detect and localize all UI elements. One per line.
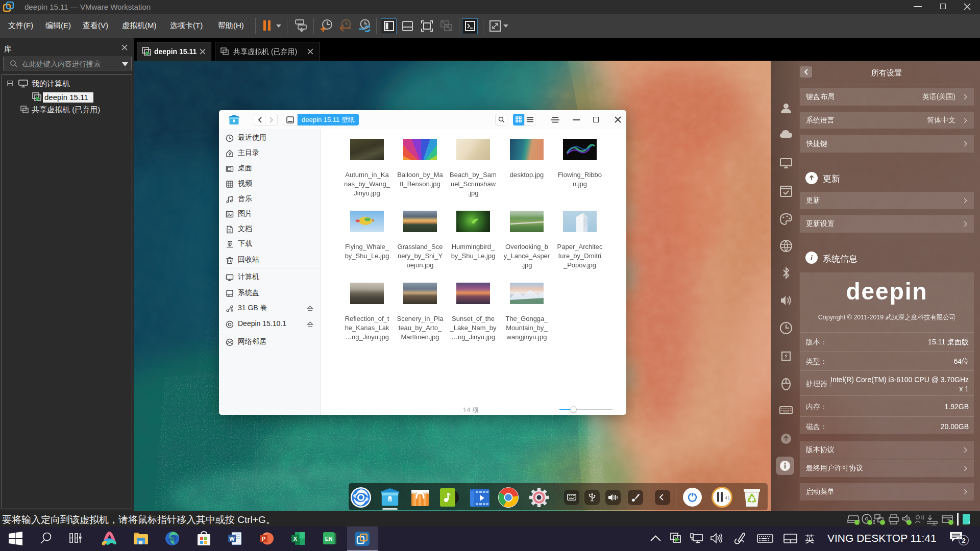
svg-text:2: 2 [962, 537, 965, 544]
svg-text:W: W [229, 536, 235, 542]
svg-text:EN: EN [325, 536, 333, 542]
svg-text:X: X [293, 536, 298, 542]
svg-text:P: P [262, 536, 265, 542]
